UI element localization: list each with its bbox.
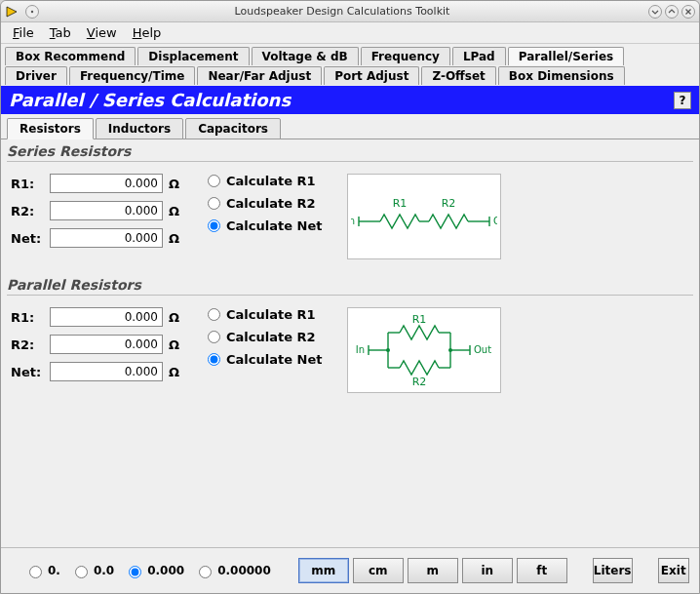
series-r2-row: R2: Ω [11,201,182,220]
svg-text:R2: R2 [412,376,427,388]
svg-point-1 [31,10,33,12]
subtab-inductors[interactable]: Inductors [96,118,183,139]
tab-frequency[interactable]: Frequency [361,47,450,65]
unit-cm-button[interactable]: cm [353,558,404,583]
parallel-r1-label: R1: [11,310,44,325]
series-r1-label: R1: [11,177,44,191]
parallel-r2-row: R2: Ω [11,335,182,354]
series-diagram: R1 R2 In Out [347,174,501,259]
parallel-net-row: Net: Ω [11,362,182,381]
parallel-r2-unit: Ω [169,337,182,352]
series-calc-net-radio[interactable]: Calculate Net [208,218,322,233]
main-tabstrip-row2: DriverFrequency/TimeNear/Far AdjustPort … [1,66,699,86]
panel-header: Parallel / Series Calculations ? [1,86,699,114]
unit-in-button[interactable]: in [462,558,513,583]
tab-box-dimensions[interactable]: Box Dimensions [498,66,625,85]
series-r2-input[interactable] [50,201,163,220]
precision-0d00000[interactable]: 0.00000 [194,563,271,578]
unit-buttons: mmcmminft [298,558,567,583]
subtab-resistors[interactable]: Resistors [7,118,94,139]
menu-view[interactable]: View [79,23,125,42]
window-title: Loudspeaker Design Calculations Toolkit [39,5,645,18]
parallel-section-title: Parallel Resistors [7,273,693,296]
parallel-radios: Calculate R1 Calculate R2 Calculate Net [208,307,322,367]
app-icon [5,5,19,19]
menu-help[interactable]: Help [125,23,170,42]
tab-frequency-time[interactable]: Frequency/Time [69,66,196,85]
content-area: Series Resistors R1: Ω R2: Ω Net: Ω [1,139,699,547]
maximize-button[interactable] [665,5,679,19]
menubar: File Tab View Help [1,22,699,44]
menu-file[interactable]: File [5,23,42,42]
precision-0d0[interactable]: 0.0 [70,563,114,578]
series-net-label: Net: [11,231,44,246]
parallel-calc-r1-radio[interactable]: Calculate R1 [208,307,322,322]
svg-text:In: In [356,344,365,355]
parallel-r1-row: R1: Ω [11,307,182,327]
svg-text:R2: R2 [442,197,456,210]
parallel-net-unit: Ω [169,365,182,379]
series-r2-label: R2: [11,204,44,218]
parallel-r2-label: R2: [11,337,44,352]
precision-0d000[interactable]: 0.000 [124,563,184,578]
series-net-unit: Ω [169,231,182,246]
main-tabstrip: Box RecommendDisplacementVoltage & dBFre… [1,44,699,66]
series-calc-r2-radio[interactable]: Calculate R2 [208,196,322,211]
series-r1-unit: Ω [169,177,182,191]
svg-text:R1: R1 [412,313,427,326]
parallel-calc-net-radio[interactable]: Calculate Net [208,352,322,367]
series-section-title: Series Resistors [7,139,693,162]
help-button[interactable]: ? [674,92,691,109]
svg-point-23 [386,348,390,352]
tab-voltage-db[interactable]: Voltage & dB [252,47,359,65]
liters-button[interactable]: Liters [593,558,633,583]
series-r1-row: R1: Ω [11,174,182,193]
unit-mm-button[interactable]: mm [298,558,349,583]
parallel-diagram: R1 R2 In Out [347,307,501,393]
series-section: R1: Ω R2: Ω Net: Ω Calculate R1 Calculat… [7,172,693,273]
parallel-net-input[interactable] [50,362,163,381]
window-menu-icon[interactable] [25,5,39,19]
tab-displacement[interactable]: Displacement [137,47,249,65]
svg-point-24 [448,348,452,352]
parallel-r1-unit: Ω [169,310,182,325]
parallel-r1-input[interactable] [50,307,163,327]
unit-ft-button[interactable]: ft [517,558,567,583]
precision-0d[interactable]: 0. [24,563,60,578]
tab-port-adjust[interactable]: Port Adjust [324,66,419,85]
footer-bar: 0.0.00.0000.00000 mmcmminft Liters Exit [1,547,699,593]
series-inputs: R1: Ω R2: Ω Net: Ω [11,174,182,248]
series-net-input[interactable] [50,228,163,248]
parallel-calc-r2-radio[interactable]: Calculate R2 [208,330,322,344]
svg-text:In: In [351,216,355,226]
series-r1-input[interactable] [50,174,163,193]
series-calc-r1-radio[interactable]: Calculate R1 [208,174,322,188]
tab-near-far-adjust[interactable]: Near/Far Adjust [197,66,322,85]
sub-tabstrip: ResistorsInductorsCapacitors [1,114,699,139]
tab-parallel-series[interactable]: Parallel/Series [508,47,625,65]
series-net-row: Net: Ω [11,228,182,248]
panel-title: Parallel / Series Calculations [9,90,291,110]
svg-marker-0 [7,7,17,17]
subtab-capacitors[interactable]: Capacitors [185,118,281,139]
app-window: Loudspeaker Design Calculations Toolkit … [0,0,700,594]
tab-z-offset[interactable]: Z-Offset [421,66,495,85]
svg-text:Out: Out [493,216,497,226]
minimize-button[interactable] [648,5,662,19]
parallel-inputs: R1: Ω R2: Ω Net: Ω [11,307,182,381]
exit-button[interactable]: Exit [658,558,689,583]
unit-m-button[interactable]: m [408,558,458,583]
tab-lpad[interactable]: LPad [452,47,506,65]
menu-tab[interactable]: Tab [42,23,79,42]
close-button[interactable] [681,5,695,19]
parallel-r2-input[interactable] [50,335,163,354]
series-radios: Calculate R1 Calculate R2 Calculate Net [208,174,322,233]
tab-box-recommend[interactable]: Box Recommend [5,47,136,65]
svg-text:Out: Out [474,344,491,355]
svg-text:R1: R1 [393,197,408,210]
titlebar: Loudspeaker Design Calculations Toolkit [1,1,699,22]
tab-driver[interactable]: Driver [5,66,67,85]
series-r2-unit: Ω [169,204,182,218]
precision-radios: 0.0.00.0000.00000 [24,563,271,578]
parallel-section: R1: Ω R2: Ω Net: Ω Calculate R1 Calculat… [7,305,693,407]
